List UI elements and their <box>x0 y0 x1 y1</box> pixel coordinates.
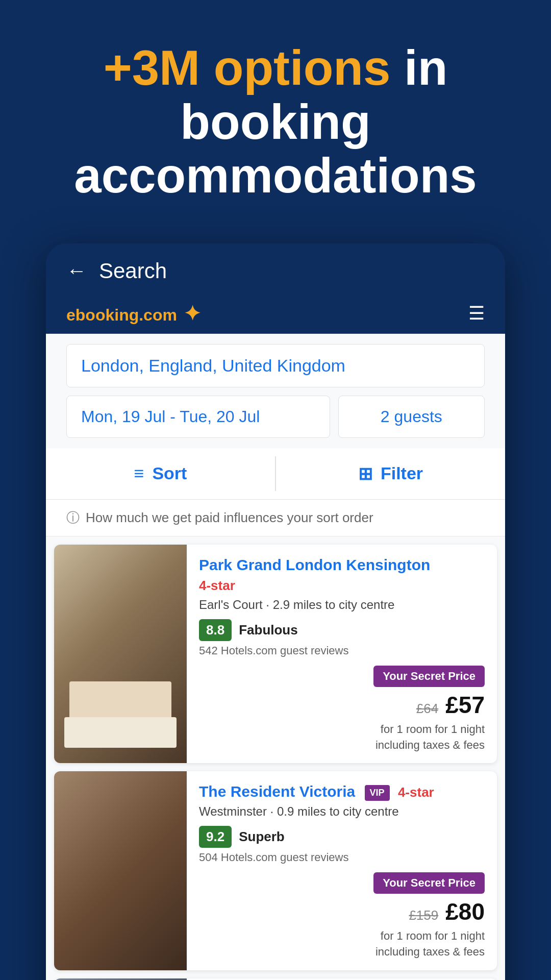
vip-badge-2: VIP <box>365 785 390 801</box>
sort-notice-text: How much we get paid influences your sor… <box>86 510 373 526</box>
new-price-1: £57 <box>445 691 485 719</box>
rating-badge-2: 9.2 <box>199 826 232 848</box>
secret-price-badge-1: Your Secret Price <box>373 666 485 687</box>
info-icon: ⓘ <box>66 509 80 527</box>
hotel-card-2[interactable]: The Resident Victoria VIP 4-star Westmin… <box>54 771 497 970</box>
sort-icon: ≡ <box>134 463 144 483</box>
hotel-location-1: Earl's Court · 2.9 miles to city centre <box>199 598 485 612</box>
price-section-2: Your Secret Price £159 £80 for 1 room fo… <box>199 872 485 960</box>
search-fields: London, England, United Kingdom Mon, 19 … <box>46 334 505 448</box>
search-title: Search <box>99 259 167 283</box>
date-field[interactable]: Mon, 19 Jul - Tue, 20 Jul <box>66 396 330 438</box>
price-note-1: for 1 room for 1 nightincluding taxes & … <box>199 722 485 753</box>
hotel-card-1[interactable]: Park Grand London Kensington 4-star Earl… <box>54 545 497 764</box>
hotel-name-1: Park Grand London Kensington <box>199 555 485 575</box>
rating-text-1: Fabulous <box>239 622 298 638</box>
hotel-info-2: The Resident Victoria VIP 4-star Westmin… <box>187 771 497 970</box>
hero-highlight: +3M options <box>104 40 391 95</box>
filter-icon: ⊞ <box>358 463 372 484</box>
app-header: ebooking.com ✦ ☰ <box>46 293 505 334</box>
price-row-1: £64 £57 <box>199 691 485 719</box>
rating-row-2: 9.2 Superb <box>199 826 485 848</box>
results-list: ⓘ How much we get paid influences your s… <box>46 500 505 980</box>
hotel-stars-1: 4-star <box>199 578 485 594</box>
filter-label: Filter <box>381 463 423 483</box>
hotel-image-1 <box>54 545 187 764</box>
rating-badge-1: 8.8 <box>199 619 232 641</box>
price-note-2: for 1 room for 1 nightincluding taxes & … <box>199 928 485 960</box>
menu-button[interactable]: ☰ <box>468 303 485 324</box>
review-count-2: 504 Hotels.com guest reviews <box>199 851 485 864</box>
hotel-info-1: Park Grand London Kensington 4-star Earl… <box>187 545 497 764</box>
phone-mock: ← Search ebooking.com ✦ ☰ London, Englan… <box>46 243 505 980</box>
rating-text-2: Superb <box>239 829 285 845</box>
sort-button[interactable]: ≡ Sort <box>46 448 275 499</box>
location-field[interactable]: London, England, United Kingdom <box>66 344 485 387</box>
date-guest-row: Mon, 19 Jul - Tue, 20 Jul 2 guests <box>66 396 485 438</box>
new-price-2: £80 <box>445 898 485 925</box>
price-section-1: Your Secret Price £64 £57 for 1 room for… <box>199 666 485 753</box>
hotel-image-2 <box>54 771 187 970</box>
search-bar: ← Search <box>46 243 505 293</box>
filter-button[interactable]: ⊞ Filter <box>276 448 505 499</box>
logo: ebooking.com ✦ <box>66 302 201 325</box>
sort-filter-bar: ≡ Sort ⊞ Filter <box>46 448 505 500</box>
rating-row-1: 8.8 Fabulous <box>199 619 485 641</box>
hero-section: +3M options in booking accommodations <box>0 0 551 223</box>
old-price-1: £64 <box>416 701 438 717</box>
review-count-1: 542 Hotels.com guest reviews <box>199 644 485 657</box>
hotel-name-2: The Resident Victoria VIP 4-star <box>199 781 485 801</box>
secret-price-badge-2: Your Secret Price <box>373 872 485 894</box>
sort-notice: ⓘ How much we get paid influences your s… <box>46 500 505 536</box>
back-button[interactable]: ← <box>66 259 87 282</box>
hero-title: +3M options in booking accommodations <box>31 41 520 203</box>
sort-label: Sort <box>152 463 187 483</box>
old-price-2: £159 <box>409 908 438 923</box>
guest-field[interactable]: 2 guests <box>338 396 485 438</box>
hotel-location-2: Westminster · 0.9 miles to city centre <box>199 804 485 819</box>
price-row-2: £159 £80 <box>199 898 485 925</box>
